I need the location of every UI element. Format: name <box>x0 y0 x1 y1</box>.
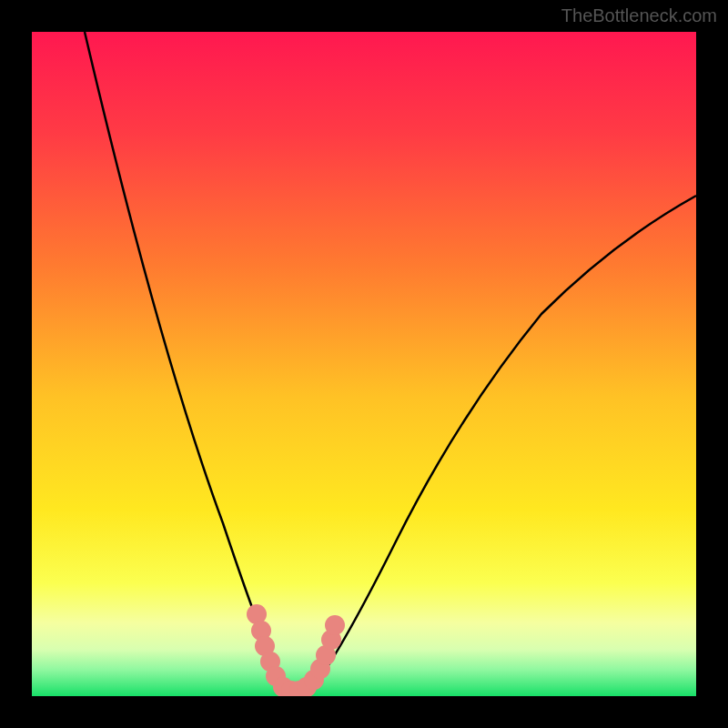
curve-left-branch <box>85 32 287 692</box>
watermark-text: TheBottleneck.com <box>561 5 717 26</box>
chart-container <box>32 32 696 696</box>
curve-right-branch <box>287 196 696 692</box>
svg-point-14 <box>325 615 345 635</box>
highlighted-segment <box>247 604 345 696</box>
bottleneck-curve <box>32 32 696 696</box>
